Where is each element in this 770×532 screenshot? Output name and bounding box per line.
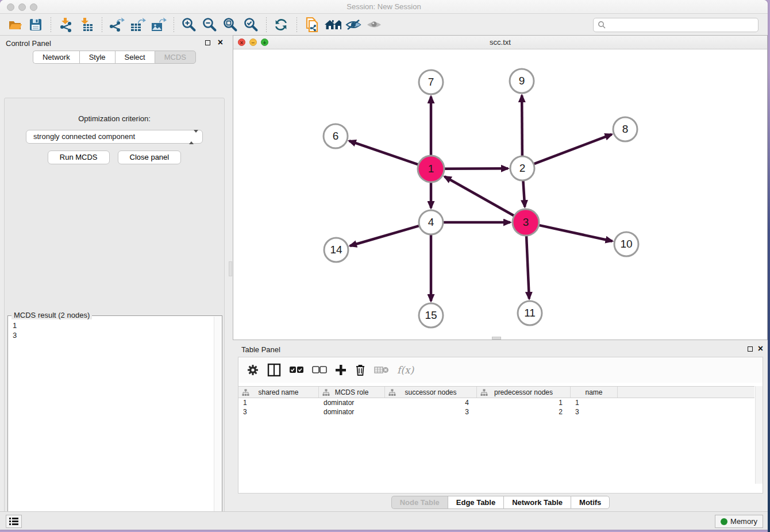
fx-icon: f(x) <box>397 364 414 376</box>
import-table-button[interactable] <box>78 17 95 33</box>
export-network-button[interactable] <box>109 17 126 33</box>
show-column-button[interactable] <box>267 361 281 379</box>
export-table-button[interactable] <box>129 17 147 33</box>
zoom-out-button[interactable] <box>201 17 218 33</box>
deselect-all-button[interactable] <box>312 361 327 379</box>
table-cell[interactable]: 1 <box>571 398 618 407</box>
node-1[interactable]: 1 <box>418 156 444 182</box>
zoom-fit-button[interactable] <box>222 17 239 33</box>
node-15[interactable]: 15 <box>419 303 443 327</box>
node-4[interactable]: 4 <box>419 210 443 234</box>
tab-mcds[interactable]: MCDS <box>155 51 196 64</box>
tab-network[interactable]: Network <box>33 51 79 64</box>
panel-splitter-handle[interactable] <box>229 261 232 276</box>
node-3[interactable]: 3 <box>513 209 539 236</box>
delete-column-button[interactable] <box>355 361 366 379</box>
delete-table-button <box>374 361 389 379</box>
network-canvas[interactable]: 7968124314101511 <box>233 49 767 340</box>
edge-2-8[interactable] <box>533 134 612 164</box>
column-header-name[interactable]: name <box>571 387 618 398</box>
open-session-button[interactable] <box>6 17 24 33</box>
table-row[interactable]: 3dominator323 <box>238 407 754 417</box>
table-cell[interactable]: 3 <box>238 407 319 417</box>
memory-button[interactable]: Memory <box>715 515 763 528</box>
close-panel-button[interactable]: Close panel <box>118 151 182 164</box>
canvas-scrollbar-stub[interactable] <box>492 337 501 340</box>
svg-text:7: 7 <box>428 76 434 88</box>
edge-3-1[interactable] <box>445 176 515 216</box>
node-11[interactable]: 11 <box>518 301 542 325</box>
table-cell[interactable]: 4 <box>385 398 477 407</box>
float-panel-icon[interactable] <box>205 40 210 45</box>
edge-2-3[interactable] <box>523 180 525 207</box>
export-image-button[interactable] <box>150 17 167 33</box>
new-network-from-selection-button[interactable] <box>303 17 321 33</box>
close-table-panel-icon[interactable]: × <box>758 344 763 354</box>
show-all-button[interactable] <box>365 17 383 33</box>
network-window-title: scc.txt <box>233 38 767 47</box>
tab-motifs[interactable]: Motifs <box>571 496 610 509</box>
task-history-button[interactable] <box>6 515 22 528</box>
close-panel-icon[interactable]: × <box>218 37 223 48</box>
zoom-selected-button[interactable] <box>242 17 260 33</box>
eye-icon <box>365 18 383 32</box>
network-graph[interactable]: 7968124314101511 <box>233 49 767 340</box>
export-image-icon <box>150 17 167 32</box>
table-cell[interactable]: 1 <box>238 398 319 407</box>
column-header-predecessor-nodes[interactable]: predecessor nodes <box>477 387 571 398</box>
save-session-button[interactable] <box>27 17 44 33</box>
node-6[interactable]: 6 <box>324 124 348 148</box>
table-cell[interactable]: dominator <box>319 398 385 407</box>
table-row[interactable]: 1dominator411 <box>238 398 754 407</box>
node-2[interactable]: 2 <box>510 156 534 180</box>
apply-layout-button[interactable] <box>273 17 290 33</box>
unchecked-boxes-icon <box>312 366 327 374</box>
svg-text:1: 1 <box>428 163 434 175</box>
table-cell[interactable]: 3 <box>571 407 618 417</box>
column-header-MCDS-role[interactable]: MCDS role <box>319 387 385 398</box>
edge-3-10[interactable] <box>538 225 612 241</box>
node-table: shared name MCDS role successor nodes pr… <box>238 386 754 417</box>
column-header-shared-name[interactable]: shared name <box>238 387 319 398</box>
select-all-button[interactable] <box>289 361 304 379</box>
hide-selected-button[interactable] <box>345 17 362 33</box>
run-mcds-button[interactable]: Run MCDS <box>48 151 110 164</box>
table-cell[interactable]: 1 <box>477 398 571 407</box>
gear-icon <box>247 364 259 376</box>
edge-2-9[interactable] <box>522 95 522 157</box>
edge-1-6[interactable] <box>349 141 419 165</box>
criterion-select[interactable]: strongly connected component <box>26 130 203 144</box>
edge-3-11[interactable] <box>526 235 529 299</box>
zoom-in-button[interactable] <box>180 17 198 33</box>
tab-select[interactable]: Select <box>115 51 155 64</box>
edge-1-2[interactable] <box>444 168 508 169</box>
float-table-panel-icon[interactable] <box>748 346 753 352</box>
memory-status-icon <box>721 518 727 525</box>
column-type-icon <box>480 389 488 396</box>
table-cell[interactable]: 3 <box>385 407 477 417</box>
tab-edge-table[interactable]: Edge Table <box>448 496 503 509</box>
table-rows: 1dominator4113dominator323 <box>238 398 754 417</box>
node-7[interactable]: 7 <box>419 70 443 94</box>
column-header-successor-nodes[interactable]: successor nodes <box>385 387 477 398</box>
tab-network-table[interactable]: Network Table <box>503 496 571 509</box>
refresh-icon <box>274 17 290 33</box>
first-neighbors-button[interactable] <box>324 17 341 33</box>
table-scrollbar[interactable] <box>755 386 763 484</box>
list-icon <box>9 518 18 525</box>
edge-4-14[interactable] <box>350 226 420 246</box>
table-settings-button[interactable] <box>247 361 259 379</box>
search-icon <box>598 21 606 29</box>
tab-style[interactable]: Style <box>79 51 115 64</box>
import-network-button[interactable] <box>57 17 75 33</box>
search-input[interactable] <box>593 18 759 32</box>
node-10[interactable]: 10 <box>614 232 638 256</box>
table-cell[interactable]: dominator <box>319 407 385 417</box>
node-9[interactable]: 9 <box>510 69 534 93</box>
tab-node-table[interactable]: Node Table <box>391 496 448 509</box>
table-cell[interactable]: 2 <box>477 407 571 417</box>
node-14[interactable]: 14 <box>324 238 348 262</box>
node-8[interactable]: 8 <box>613 117 637 141</box>
create-column-button[interactable] <box>335 361 346 379</box>
result-scrollbar[interactable] <box>214 317 221 530</box>
